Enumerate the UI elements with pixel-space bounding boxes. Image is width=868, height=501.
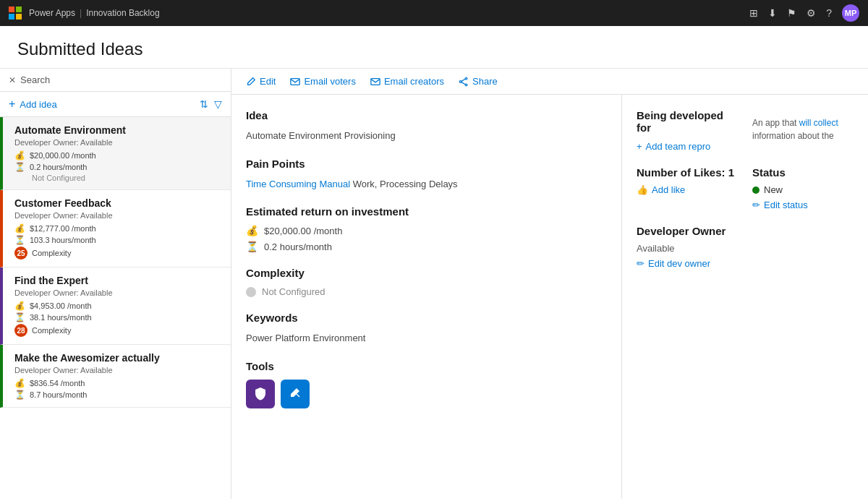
- complexity-badge: 28: [14, 324, 27, 337]
- svg-point-2: [465, 77, 467, 80]
- roi-savings-row: 💰 $20,000.00 /month: [246, 225, 607, 236]
- roi-hours-value: 0.2 hours/month: [264, 241, 332, 252]
- idea-savings: $4,953.00 /month: [30, 301, 92, 310]
- window-icon[interactable]: ⊞: [749, 7, 758, 19]
- edit-label: Edit: [260, 76, 276, 87]
- idea-item-find-expert[interactable]: Find the Expert Developer Owner: Availab…: [0, 267, 231, 345]
- avatar[interactable]: MP: [842, 4, 859, 22]
- sort-icon[interactable]: ⇅: [200, 98, 208, 110]
- sidebar-search-bar: ✕ Search: [0, 69, 231, 92]
- edit-dev-owner-label: Edit dev owner: [648, 258, 710, 269]
- roi-savings-value: $20,000.00 /month: [264, 226, 342, 236]
- idea-savings-row: 💰 $836.54 /month: [14, 378, 222, 388]
- idea-meta: 💰 $4,953.00 /month ⏳ 38.1 hours/month 28…: [14, 301, 222, 337]
- main-layout: ✕ Search + Add idea ⇅ ▽ Automate Environ…: [0, 69, 868, 499]
- idea-section-label: Idea: [246, 109, 607, 121]
- status-value-row: New: [752, 184, 854, 195]
- hours-icon: ⏳: [14, 235, 25, 245]
- share-button[interactable]: Share: [459, 76, 498, 87]
- sort-filter-icons: ⇅ ▽: [200, 98, 222, 110]
- share-label: Share: [472, 76, 498, 87]
- idea-savings: $12,777.00 /month: [30, 224, 96, 233]
- idea-hours-row: ⏳ 8.7 hours/month: [14, 390, 222, 400]
- share-icon: [459, 77, 469, 87]
- idea-name: Make the Awesomizer actually: [14, 352, 222, 364]
- idea-savings-row: 💰 $20,000.00 /month: [14, 150, 222, 160]
- dev-owner-label: Developer Owner: [637, 225, 854, 237]
- edit-status-button[interactable]: ✏ Edit status: [752, 200, 854, 210]
- edit-icon: [246, 77, 256, 87]
- hours-icon: ⏳: [14, 312, 25, 322]
- hours-icon: ⏳: [14, 162, 25, 172]
- idea-savings: $20,000.00 /month: [30, 151, 96, 160]
- idea-complexity: Complexity: [32, 249, 71, 257]
- idea-owner: Developer Owner: Available: [14, 288, 222, 297]
- detail-panel: Edit Email voters Email creators: [231, 69, 868, 499]
- idea-complexity-row: 25 Complexity: [14, 247, 222, 260]
- email-creators-label: Email creators: [384, 76, 444, 87]
- hours-icon: ⏳: [14, 390, 25, 400]
- idea-item-customer-feedback[interactable]: Customer Feedback Developer Owner: Avail…: [0, 190, 231, 267]
- roi-section: Estimated return on investment 💰 $20,000…: [246, 205, 607, 252]
- settings-icon[interactable]: ⚙: [807, 7, 816, 19]
- idea-savings-row: 💰 $4,953.00 /month: [14, 301, 222, 311]
- edit-button[interactable]: Edit: [246, 76, 276, 87]
- idea-section-value: Automate Environment Provisioning: [246, 129, 607, 143]
- edit-status-icon: ✏: [752, 200, 760, 210]
- app-name-label: Innovation Backlog: [86, 8, 159, 18]
- idea-owner: Developer Owner: Available: [14, 366, 222, 374]
- page-header: Submitted Ideas: [0, 26, 868, 69]
- idea-owner: Developer Owner: Available: [14, 211, 222, 220]
- nav-sep: |: [80, 8, 82, 18]
- app-desc-col: An app that will collect information abo…: [752, 109, 854, 152]
- idea-complexity-row: 28 Complexity: [14, 324, 222, 337]
- complexity-row: Not Configured: [246, 286, 607, 297]
- dev-owner-value: Available: [637, 243, 854, 254]
- email-voters-icon: [290, 77, 300, 87]
- add-idea-bar[interactable]: + Add idea ⇅ ▽: [0, 92, 231, 117]
- search-area: ✕ Search: [9, 74, 222, 85]
- idea-item-automate[interactable]: Automate Environment Developer Owner: Av…: [0, 117, 231, 190]
- idea-name: Find the Expert: [14, 275, 222, 286]
- flag-icon[interactable]: ⚑: [787, 7, 796, 19]
- tools-section: Tools: [246, 360, 607, 408]
- status-dot: [752, 187, 760, 194]
- idea-hours: 0.2 hours/month: [30, 163, 88, 171]
- idea-hours: 103.3 hours/month: [30, 236, 96, 244]
- plus-icon: +: [9, 98, 15, 111]
- pain-points-label: Pain Points: [246, 158, 607, 170]
- idea-hours-row: ⏳ 38.1 hours/month: [14, 312, 222, 322]
- idea-item-awesomizer[interactable]: Make the Awesomizer actually Developer O…: [0, 345, 231, 408]
- idea-hours-row: ⏳ 0.2 hours/month: [14, 162, 222, 172]
- add-team-button[interactable]: + Add team repro: [637, 141, 738, 152]
- help-icon[interactable]: ?: [826, 7, 832, 19]
- detail-toolbar: Edit Email voters Email creators: [231, 69, 868, 95]
- idea-meta: 💰 $12,777.00 /month ⏳ 103.3 hours/month …: [14, 223, 222, 260]
- email-voters-button[interactable]: Email voters: [290, 76, 356, 87]
- roi-hours-row: ⏳ 0.2 hours/month: [246, 241, 607, 252]
- add-like-button[interactable]: 👍 Add like: [637, 184, 738, 195]
- keywords-label: Keywords: [246, 312, 607, 324]
- complexity-label: Complexity: [246, 267, 607, 279]
- svg-line-5: [461, 79, 465, 81]
- idea-meta: 💰 $20,000.00 /month ⏳ 0.2 hours/month No…: [14, 150, 222, 182]
- close-icon[interactable]: ✕: [9, 75, 16, 85]
- detail-left: Idea Automate Environment Provisioning P…: [231, 95, 622, 499]
- download-icon[interactable]: ⬇: [768, 7, 777, 19]
- idea-hours: 38.1 hours/month: [30, 313, 92, 322]
- filter-icon[interactable]: ▽: [214, 98, 222, 110]
- likes-label: Number of Likes: 1: [637, 166, 738, 179]
- roi-savings-icon: 💰: [246, 225, 258, 236]
- edit-dev-owner-button[interactable]: ✏ Edit dev owner: [637, 258, 854, 269]
- add-team-label: Add team repro: [646, 141, 711, 152]
- svg-line-6: [461, 82, 465, 84]
- idea-hours: 8.7 hours/month: [30, 390, 88, 399]
- idea-name: Customer Feedback: [14, 197, 222, 209]
- complexity-section: Complexity Not Configured: [246, 267, 607, 297]
- nav-icons: ⊞ ⬇ ⚑ ⚙ ? MP: [749, 4, 859, 22]
- svg-rect-1: [371, 78, 380, 85]
- email-creators-button[interactable]: Email creators: [370, 76, 444, 87]
- status-label: Status: [752, 166, 854, 179]
- search-text[interactable]: Search: [20, 74, 50, 85]
- svg-point-3: [465, 84, 467, 86]
